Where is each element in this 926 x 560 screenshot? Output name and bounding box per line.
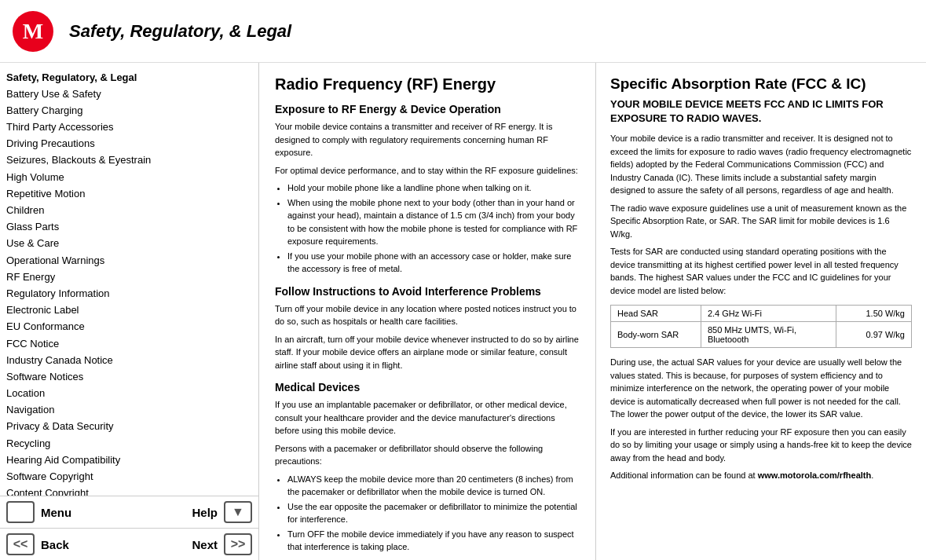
help-button[interactable]: Help ▼ bbox=[130, 501, 253, 523]
section3-p2: Persons with a pacemaker or defibrillato… bbox=[275, 442, 580, 468]
right-p6-prefix: Additional information can be found at bbox=[610, 470, 758, 480]
right-panel: Specific Absorption Rate (FCC & IC) YOUR… bbox=[596, 63, 926, 560]
sidebar: Safety, Regulatory, & LegalBattery Use &… bbox=[0, 63, 259, 560]
section1-intro: Your mobile device contains a transmitte… bbox=[275, 120, 580, 159]
menu-label: Menu bbox=[41, 506, 71, 519]
right-p4: During use, the actual SAR values for yo… bbox=[610, 356, 912, 421]
middle-panel: Radio Frequency (RF) Energy Exposure to … bbox=[259, 63, 596, 560]
back-icon: << bbox=[6, 533, 35, 555]
next-label: Next bbox=[192, 538, 218, 551]
list-item: ALWAYS keep the mobile device more than … bbox=[287, 473, 580, 499]
right-subtitle: YOUR MOBILE DEVICE MEETS FCC AND IC LIMI… bbox=[610, 97, 912, 126]
sidebar-item[interactable]: Electronic Label bbox=[3, 302, 255, 319]
footer-nav-row: << Back Next >> bbox=[0, 529, 258, 560]
sidebar-item[interactable]: High Volume bbox=[3, 169, 255, 185]
table-cell: 2.4 GHz Wi-Fi bbox=[701, 306, 836, 322]
next-icon: >> bbox=[224, 533, 252, 555]
sidebar-item[interactable]: Software Copyright bbox=[3, 469, 255, 485]
sidebar-item[interactable]: Software Notices bbox=[3, 368, 255, 385]
sidebar-item[interactable]: Third Party Accessories bbox=[3, 119, 255, 136]
sidebar-item[interactable]: RF Energy bbox=[3, 269, 255, 285]
section2-heading: Follow Instructions to Avoid Interferenc… bbox=[275, 285, 580, 298]
section2-p2: In an aircraft, turn off your mobile dev… bbox=[275, 333, 580, 372]
sidebar-item[interactable]: Repetitive Motion bbox=[3, 185, 255, 202]
section3-bullets: ALWAYS keep the mobile device more than … bbox=[287, 473, 580, 554]
right-p1: Your mobile device is a radio transmitte… bbox=[610, 132, 912, 197]
table-cell: 1.50 W/kg bbox=[836, 306, 912, 322]
logo-letter: M bbox=[23, 19, 43, 44]
sidebar-item[interactable]: Location bbox=[3, 386, 255, 402]
sidebar-item[interactable]: EU Conformance bbox=[3, 319, 255, 335]
sidebar-item[interactable]: Hearing Aid Compatibility bbox=[3, 452, 255, 468]
table-cell: Body-worn SAR bbox=[611, 322, 701, 348]
list-item: Use the ear opposite the pacemaker or de… bbox=[287, 500, 580, 526]
table-cell: 0.97 W/kg bbox=[836, 322, 912, 348]
sidebar-item[interactable]: Seizures, Blackouts & Eyestrain bbox=[3, 152, 255, 169]
right-p3: Tests for SAR are conducted using standa… bbox=[610, 245, 912, 297]
section1-heading: Exposure to RF Energy & Device Operation bbox=[275, 103, 580, 115]
sidebar-item[interactable]: Use & Care bbox=[3, 236, 255, 252]
content-area: Radio Frequency (RF) Energy Exposure to … bbox=[259, 63, 926, 560]
table-row: Body-worn SAR850 MHz UMTS, Wi-Fi, Blueto… bbox=[611, 322, 912, 348]
section1-optimal: For optimal device performance, and to s… bbox=[275, 164, 580, 178]
sidebar-item[interactable]: Industry Canada Notice bbox=[3, 352, 255, 368]
section2-p1: Turn off your mobile device in any locat… bbox=[275, 302, 580, 328]
sar-table: Head SAR2.4 GHz Wi-Fi1.50 W/kgBody-worn … bbox=[610, 305, 912, 348]
sidebar-item[interactable]: Content Copyright bbox=[3, 485, 255, 496]
sidebar-item[interactable]: Battery Charging bbox=[3, 102, 255, 119]
back-button[interactable]: << Back bbox=[6, 533, 130, 555]
back-label: Back bbox=[41, 538, 69, 551]
sidebar-item[interactable]: FCC Notice bbox=[3, 335, 255, 352]
table-cell: Head SAR bbox=[611, 306, 701, 322]
menu-grid-icon bbox=[6, 501, 35, 523]
list-item: When using the mobile phone next to your… bbox=[287, 196, 580, 248]
sidebar-item[interactable]: Safety, Regulatory, & Legal bbox=[3, 69, 255, 86]
sidebar-item[interactable]: Children bbox=[3, 203, 255, 219]
sidebar-item[interactable]: Battery Use & Safety bbox=[3, 86, 255, 102]
rfhealth-link[interactable]: www.motorola.com/rfhealth bbox=[758, 470, 871, 480]
sidebar-item[interactable]: Driving Precautions bbox=[3, 136, 255, 152]
motorola-logo: M bbox=[13, 11, 53, 52]
sidebar-item[interactable]: Privacy & Data Security bbox=[3, 419, 255, 435]
sidebar-item[interactable]: Recycling bbox=[3, 435, 255, 452]
right-p6: Additional information can be found at w… bbox=[610, 469, 912, 482]
menu-button[interactable]: Menu bbox=[6, 501, 130, 523]
middle-title: Radio Frequency (RF) Energy bbox=[275, 75, 580, 93]
table-row: Head SAR2.4 GHz Wi-Fi1.50 W/kg bbox=[611, 306, 912, 322]
section3-heading: Medical Devices bbox=[275, 381, 580, 393]
main-content: Safety, Regulatory, & LegalBattery Use &… bbox=[0, 63, 926, 560]
sidebar-item[interactable]: Navigation bbox=[3, 402, 255, 419]
section1-bullets: Hold your mobile phone like a landline p… bbox=[287, 181, 580, 276]
list-item: Turn OFF the mobile device immediately i… bbox=[287, 528, 580, 554]
page-title: Safety, Regulatory, & Legal bbox=[69, 21, 291, 42]
next-button[interactable]: Next >> bbox=[130, 533, 253, 555]
footer-menu-row: Menu Help ▼ bbox=[0, 496, 258, 529]
section3-p1: If you use an implantable pacemaker or d… bbox=[275, 398, 580, 437]
right-p6-suffix: . bbox=[871, 470, 873, 480]
sidebar-footer: Menu Help ▼ << Back Next >> bbox=[0, 496, 258, 560]
sidebar-item[interactable]: Glass Parts bbox=[3, 219, 255, 236]
sidebar-item[interactable]: Operational Warnings bbox=[3, 252, 255, 269]
right-p2: The radio wave exposure guidelines use a… bbox=[610, 202, 912, 241]
right-title: Specific Absorption Rate (FCC & IC) bbox=[610, 75, 912, 93]
sidebar-item[interactable]: Regulatory Information bbox=[3, 285, 255, 302]
list-item: Hold your mobile phone like a landline p… bbox=[287, 181, 580, 195]
right-p5: If you are interested in further reducin… bbox=[610, 426, 912, 465]
table-cell: 850 MHz UMTS, Wi-Fi, Bluetoooth bbox=[701, 322, 836, 348]
header: M Safety, Regulatory, & Legal bbox=[0, 0, 926, 63]
help-icon: ▼ bbox=[224, 501, 252, 523]
list-item: If you use your mobile phone with an acc… bbox=[287, 250, 580, 276]
help-label: Help bbox=[192, 506, 218, 519]
sidebar-nav: Safety, Regulatory, & LegalBattery Use &… bbox=[0, 63, 258, 496]
